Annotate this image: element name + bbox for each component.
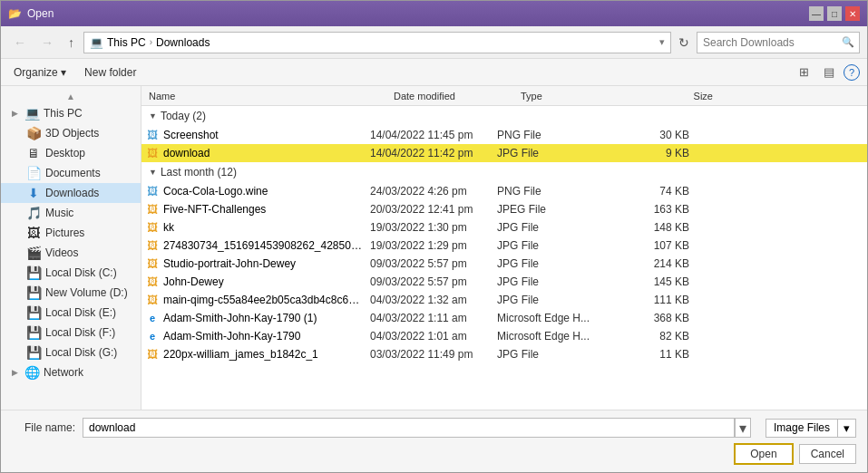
file-row[interactable]: e Adam-Smith-John-Kay-1790 (1) 04/03/202… — [141, 309, 867, 327]
breadcrumb-icon: 💻 — [90, 36, 103, 49]
file-row[interactable]: 🖼 274830734_151691453908262_42850598... … — [141, 236, 867, 255]
col-header-date[interactable]: Date modified — [390, 91, 517, 101]
file-size: 163 KB — [624, 203, 697, 216]
file-name: Screenshot — [163, 129, 219, 141]
col-header-size[interactable]: Size — [644, 91, 717, 101]
file-row[interactable]: 🖼 kk 19/03/2022 1:30 pm JPG File 148 KB — [141, 218, 867, 236]
main-area: ▲ ▶ 💻 This PC 📦 3D Objects 🖥 Desktop 📄 D… — [1, 86, 867, 410]
breadcrumb-this-pc[interactable]: This PC — [107, 36, 146, 49]
view-change-button[interactable]: ⊞ — [794, 62, 814, 82]
disk-e-icon: 💾 — [26, 305, 41, 320]
file-date: 20/03/2022 12:41 pm — [370, 203, 497, 216]
file-date: 09/03/2022 5:57 pm — [370, 275, 497, 288]
file-date: 09/03/2022 5:57 pm — [370, 257, 497, 270]
file-icon-edge: e — [145, 311, 160, 325]
search-icon: 🔍 — [842, 36, 854, 48]
sidebar-item-desktop[interactable]: 🖥 Desktop — [1, 143, 141, 163]
file-row[interactable]: 🖼 Five-NFT-Challenges 20/03/2022 12:41 p… — [141, 200, 867, 218]
col-header-type[interactable]: Type — [517, 91, 644, 101]
content-area: Name Date modified Type Size ▼ Today (2)… — [141, 86, 867, 410]
breadcrumb-sep: › — [150, 37, 152, 47]
file-row[interactable]: 🖼 Coca-Cola-Logo.wine 24/03/2022 4:26 pm… — [141, 182, 867, 200]
bottom-bar: File name: ▾ Image Files ▾ Open Cancel — [1, 410, 867, 472]
sidebar-item-documents[interactable]: 📄 Documents — [1, 163, 141, 183]
col-header-name[interactable]: Name — [145, 91, 390, 101]
file-name: kk — [163, 221, 174, 234]
up-button[interactable]: ↑ — [63, 32, 80, 53]
breadcrumb-downloads[interactable]: Downloads — [156, 36, 210, 49]
close-button[interactable]: ✕ — [845, 6, 860, 21]
view-list-button[interactable]: ▤ — [818, 62, 840, 82]
file-size: 9 KB — [624, 147, 697, 159]
sidebar-item-local-g[interactable]: 💾 Local Disk (G:) — [1, 343, 141, 362]
file-date: 14/04/2022 11:45 pm — [370, 129, 497, 141]
secondary-toolbar: Organize ▾ New folder ⊞ ▤ ? — [1, 59, 867, 86]
filename-dropdown-arrow[interactable]: ▾ — [735, 418, 751, 438]
file-row-selected[interactable]: 🖼 download 14/04/2022 11:42 pm JPG File … — [141, 144, 867, 162]
file-icon-jpg: 🖼 — [145, 220, 160, 235]
file-icon-jpg: 🖼 — [145, 275, 160, 289]
file-type: PNG File — [497, 129, 624, 141]
file-type: Microsoft Edge H... — [497, 312, 624, 324]
group-today[interactable]: ▼ Today (2) — [141, 106, 867, 126]
file-type: Microsoft Edge H... — [497, 330, 624, 343]
sidebar: ▲ ▶ 💻 This PC 📦 3D Objects 🖥 Desktop 📄 D… — [1, 86, 141, 410]
sidebar-item-music[interactable]: 🎵 Music — [1, 203, 141, 223]
breadcrumb-dropdown-arrow[interactable]: ▾ — [659, 36, 665, 48]
file-date: 04/03/2022 1:01 am — [370, 330, 497, 343]
network-icon: 🌐 — [24, 365, 39, 380]
file-date: 19/03/2022 1:29 pm — [370, 239, 497, 252]
file-icon-jpg: 🖼 — [145, 202, 160, 217]
organize-button[interactable]: Organize ▾ — [8, 63, 72, 82]
sidebar-item-pictures[interactable]: 🖼 Pictures — [1, 223, 141, 243]
documents-icon: 📄 — [26, 166, 41, 180]
file-name: Adam-Smith-John-Kay-1790 (1) — [163, 312, 317, 324]
sidebar-item-local-e[interactable]: 💾 Local Disk (E:) — [1, 303, 141, 323]
sidebar-item-3d-objects[interactable]: 📦 3D Objects — [1, 123, 141, 143]
minimize-button[interactable]: — — [809, 6, 824, 21]
sidebar-item-videos[interactable]: 🎬 Videos — [1, 243, 141, 263]
open-button[interactable]: Open — [734, 443, 793, 465]
filetype-dropdown-arrow[interactable]: ▾ — [837, 420, 855, 437]
sidebar-item-local-f[interactable]: 💾 Local Disk (F:) — [1, 323, 141, 343]
sidebar-scroll-up[interactable]: ▲ — [1, 90, 141, 103]
file-type: JPG File — [497, 348, 624, 361]
disk-d-icon: 💾 — [26, 285, 41, 300]
disk-c-icon: 💾 — [26, 265, 41, 280]
back-button[interactable]: ← — [8, 32, 32, 53]
pictures-icon: 🖼 — [26, 226, 41, 240]
file-name: John-Dewey — [163, 275, 224, 288]
file-size: 82 KB — [624, 330, 697, 343]
nav-toolbar: ← → ↑ 💻 This PC › Downloads ▾ ↻ 🔍 — [1, 26, 867, 59]
filename-input[interactable] — [83, 418, 735, 438]
sidebar-item-network[interactable]: ▶ 🌐 Network — [1, 362, 141, 382]
help-button[interactable]: ? — [844, 64, 860, 81]
file-type: PNG File — [497, 185, 624, 198]
filetype-label: Image Files — [766, 420, 837, 436]
breadcrumb[interactable]: 💻 This PC › Downloads ▾ — [83, 32, 671, 53]
sidebar-item-downloads[interactable]: ⬇ Downloads — [1, 183, 141, 203]
cancel-button[interactable]: Cancel — [799, 444, 856, 464]
sidebar-item-local-c[interactable]: 💾 Local Disk (C:) — [1, 263, 141, 283]
group-today-label: Today (2) — [161, 110, 206, 122]
file-row[interactable]: 🖼 220px-william_james_b1842c_1 03/03/202… — [141, 345, 867, 363]
file-row[interactable]: e Adam-Smith-John-Kay-1790 04/03/2022 1:… — [141, 327, 867, 345]
file-row[interactable]: 🖼 John-Dewey 09/03/2022 5:57 pm JPG File… — [141, 273, 867, 291]
group-last-month[interactable]: ▼ Last month (12) — [141, 162, 867, 182]
title-bar: 📂 Open — □ ✕ — [1, 1, 867, 26]
file-date: 03/03/2022 11:49 pm — [370, 348, 497, 361]
new-folder-button[interactable]: New folder — [79, 63, 141, 82]
file-row[interactable]: 🖼 Studio-portrait-John-Dewey 09/03/2022 … — [141, 255, 867, 273]
file-type: JPG File — [497, 221, 624, 234]
window-title: Open — [27, 7, 54, 20]
file-size: 107 KB — [624, 239, 697, 252]
forward-button[interactable]: → — [35, 32, 59, 53]
sidebar-item-this-pc[interactable]: ▶ 💻 This PC — [1, 103, 141, 123]
file-row[interactable]: 🖼 Screenshot 14/04/2022 11:45 pm PNG Fil… — [141, 126, 867, 144]
sidebar-item-new-volume-d[interactable]: 💾 New Volume (D:) — [1, 283, 141, 303]
search-input[interactable] — [697, 32, 860, 53]
maximize-button[interactable]: □ — [827, 6, 842, 21]
file-name: 274830734_151691453908262_42850598... — [163, 239, 363, 252]
file-row[interactable]: 🖼 main-qimg-c55a84ee2b05ca3db4c8c61fa...… — [141, 291, 867, 309]
refresh-button[interactable]: ↻ — [675, 34, 693, 52]
